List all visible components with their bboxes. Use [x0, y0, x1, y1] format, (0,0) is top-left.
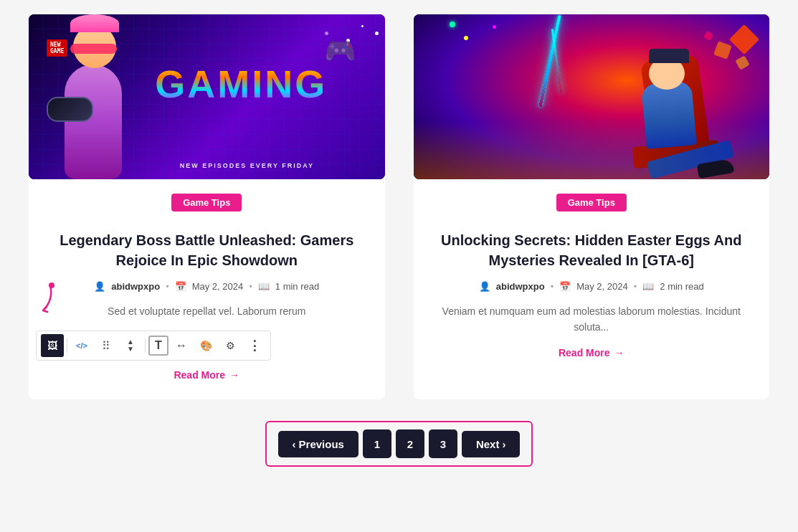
toolbar-gear-btn[interactable]: ⚙ [219, 334, 242, 357]
gaming-title-text: GAMING [155, 62, 327, 106]
prev-arrow-icon: ‹ [293, 438, 296, 450]
code-icon: </> [76, 341, 87, 350]
date-icon-1: 📅 [175, 280, 186, 292]
toolbar-more-btn[interactable]: ⋮ [243, 334, 266, 357]
next-arrow-icon: › [502, 438, 505, 450]
read-icon-1: 📖 [258, 280, 270, 292]
controller-decoration: 🎮 [324, 36, 356, 66]
post-content-2: Game Tips Unlocking Secrets: Hidden East… [414, 194, 770, 377]
post-meta-1: 👤 abidwpxpo • 📅 May 2, 2024 • 📖 1 min re… [36, 280, 378, 292]
down-arrow-icon: ▼ [127, 346, 134, 353]
toolbar-expand-btn[interactable]: ↔ [170, 334, 193, 357]
date-icon-2: 📅 [559, 280, 571, 292]
read-more-text-2: Read More [559, 347, 610, 358]
pagination-previous-btn[interactable]: ‹ Previous [278, 431, 358, 457]
page-container: GAMING 🎮 NEWGAME NEW EPISODES EVERY FRID… [0, 14, 798, 467]
post-title-1: Legendary Boss Battle Unleashed: Gamers … [36, 230, 378, 270]
toolbar-drag-btn[interactable]: ⠿ [95, 334, 118, 357]
post-card-1: GAMING 🎮 NEWGAME NEW EPISODES EVERY FRID… [29, 14, 385, 399]
read-more-arrow-2: → [614, 347, 624, 358]
post-excerpt-2: Veniam et numquam eum ad molestias labor… [421, 303, 763, 336]
toolbar-sep-2 [145, 338, 146, 353]
read-more-text-1: Read More [174, 369, 225, 381]
post-title-2: Unlocking Secrets: Hidden Easter Eggs An… [421, 230, 763, 270]
gaming-subtitle: NEW EPISODES EVERY FRIDAY [180, 162, 314, 169]
pagination-page-3[interactable]: 3 [429, 429, 457, 458]
post-thumbnail-scifi [414, 14, 770, 179]
post-content-1: Game Tips Legendary Boss Battle Unleashe… [29, 194, 385, 399]
editor-toolbar: 🖼 </> ⠿ ▲ ▼ [36, 331, 271, 361]
text-icon: T [155, 339, 162, 352]
author-icon-2: 👤 [479, 280, 490, 292]
post-card-2: Game Tips Unlocking Secrets: Hidden East… [414, 14, 770, 399]
posts-grid: GAMING 🎮 NEWGAME NEW EPISODES EVERY FRID… [29, 14, 769, 399]
svg-point-0 [49, 282, 54, 288]
read-more-link-1[interactable]: Read More → [36, 369, 378, 381]
read-more-link-2[interactable]: Read More → [421, 347, 763, 358]
post-date-2: May 2, 2024 [576, 281, 628, 292]
post-thumbnail-gaming: GAMING 🎮 NEWGAME NEW EPISODES EVERY FRID… [29, 14, 385, 179]
post-date-1: May 2, 2024 [192, 281, 244, 292]
read-time-1: 1 min read [275, 281, 319, 292]
toolbar-text-btn[interactable]: T [148, 336, 168, 356]
gear-icon: ⚙ [226, 340, 235, 351]
toolbar-sep-1 [67, 338, 67, 353]
palette-icon: 🎨 [200, 340, 212, 351]
pagination-page-1[interactable]: 1 [363, 429, 391, 458]
toolbar-palette-btn[interactable]: 🎨 [194, 334, 217, 357]
drag-icon: ⠿ [102, 339, 110, 353]
next-label: Next [476, 438, 500, 450]
left-post-bottom: 🖼 </> ⠿ ▲ ▼ [36, 331, 378, 381]
author-icon-1: 👤 [94, 280, 105, 292]
arrow-indicator [7, 282, 57, 320]
read-time-2: 2 min read [660, 281, 703, 292]
previous-label: Previous [299, 438, 344, 450]
expand-icon: ↔ [176, 339, 187, 352]
author-name-2: abidwpxpo [496, 281, 545, 292]
read-icon-2: 📖 [642, 280, 654, 292]
category-badge-2[interactable]: Game Tips [556, 194, 627, 212]
pagination-wrapper: ‹ Previous 1 2 3 Next › [29, 421, 769, 467]
toolbar-code-btn[interactable]: </> [70, 334, 93, 357]
toolbar-image-btn[interactable]: 🖼 [41, 334, 64, 357]
category-wrapper-1: Game Tips [36, 194, 378, 222]
read-more-arrow-1: → [229, 369, 239, 381]
more-icon: ⋮ [248, 338, 261, 353]
author-name-1: abidwpxpo [111, 281, 160, 292]
pagination-page-2[interactable]: 2 [396, 429, 424, 458]
post-excerpt-1: Sed et voluptate repellat vel. Laborum r… [36, 303, 378, 319]
category-wrapper-2: Game Tips [421, 194, 763, 222]
new-game-badge: NEWGAME [47, 39, 67, 57]
image-icon: 🖼 [47, 340, 57, 351]
pagination-next-btn[interactable]: Next › [462, 431, 521, 457]
category-badge-1[interactable]: Game Tips [171, 194, 242, 212]
post-meta-2: 👤 abidwpxpo • 📅 May 2, 2024 • 📖 2 min re… [421, 280, 763, 292]
toolbar-arrows-btn[interactable]: ▲ ▼ [119, 334, 142, 357]
pagination-box: ‹ Previous 1 2 3 Next › [265, 421, 533, 467]
